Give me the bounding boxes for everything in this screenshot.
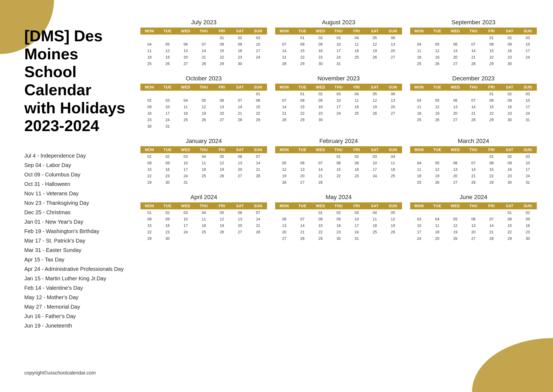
calendar-day: 23 <box>501 173 519 179</box>
calendar-day: 17 <box>177 222 195 229</box>
calendar-day: 05 <box>428 160 446 166</box>
calendar-day: 10 <box>159 104 177 110</box>
calendar-day: 28 <box>311 179 329 186</box>
calendar-day: 26 <box>213 173 231 179</box>
calendar-month: January 2024MONTUEWEDTHUFRISATSUN0102030… <box>140 138 267 186</box>
day-header: MON <box>275 28 293 35</box>
calendar-day: 14 <box>464 166 483 173</box>
calendar-day: 12 <box>159 47 177 54</box>
month-title: April 2024 <box>140 194 267 201</box>
calendar-day: 12 <box>213 216 231 222</box>
calendar-day: 22 <box>329 173 348 179</box>
calendar-day: 06 <box>384 35 402 41</box>
calendar-day: 12 <box>428 47 446 54</box>
day-header: MON <box>410 146 428 153</box>
calendar-day <box>249 60 267 67</box>
calendar-day: 08 <box>501 216 519 222</box>
calendar-day <box>275 209 293 216</box>
day-header: FRI <box>483 28 501 35</box>
calendar-day: 13 <box>464 222 483 229</box>
calendar-day: 19 <box>275 173 293 179</box>
holiday-item: Jan 01 - New Year's Day <box>24 217 130 227</box>
calendar-day: 09 <box>311 97 329 104</box>
calendar-day: 15 <box>249 104 267 110</box>
calendar-day: 02 <box>159 209 177 216</box>
calendar-month: September 2023MONTUEWEDTHUFRISATSUN01020… <box>410 19 537 67</box>
calendar-day: 07 <box>483 216 501 222</box>
calendar-day: 02 <box>348 153 366 160</box>
day-header: TUE <box>293 146 311 153</box>
calendar-day: 06 <box>177 41 195 47</box>
calendar-grid: MONTUEWEDTHUFRISATSUN0102030405060708091… <box>275 28 402 67</box>
calendar-month: June 2024MONTUEWEDTHUFRISATSUN0102030405… <box>410 194 537 242</box>
calendar-day: 30 <box>311 117 329 123</box>
day-header: SAT <box>366 84 384 91</box>
calendar-day: 27 <box>446 117 464 123</box>
calendar-month: July 2023MONTUEWEDTHUFRISATSUN0102030405… <box>140 19 267 67</box>
month-title: May 2024 <box>275 194 402 201</box>
calendar-day: 08 <box>483 160 501 166</box>
calendar-day <box>428 153 446 160</box>
calendar-day: 28 <box>275 60 293 67</box>
day-header: MON <box>410 84 428 91</box>
calendar-day: 18 <box>384 166 402 173</box>
holiday-item: Jan 15 - Martin Luther King Jr.Day <box>24 274 130 283</box>
day-header: WED <box>177 84 195 91</box>
calendar-day: 29 <box>483 60 501 67</box>
calendar-day: 07 <box>231 97 249 104</box>
day-header: MON <box>410 202 428 209</box>
calendar-day: 22 <box>483 173 501 179</box>
calendar-day: 06 <box>446 97 464 104</box>
calendar-day: 02 <box>519 209 537 216</box>
calendar-day: 17 <box>249 47 267 54</box>
calendar-day: 21 <box>231 110 249 117</box>
calendar-day: 26 <box>213 229 231 235</box>
calendar-day: 19 <box>366 47 384 54</box>
calendar-day: 09 <box>140 104 159 110</box>
calendar-day: 30 <box>159 179 177 186</box>
calendar-day: 02 <box>140 97 159 104</box>
calendar-day: 21 <box>293 229 311 235</box>
day-header: THU <box>195 202 213 209</box>
calendar-day <box>329 117 348 123</box>
calendar-day <box>231 235 249 242</box>
calendar-day: 30 <box>140 123 159 129</box>
calendar-day: 25 <box>177 117 195 123</box>
calendar-day: 09 <box>501 97 519 104</box>
calendar-day: 11 <box>410 47 428 54</box>
day-header: FRI <box>348 202 366 209</box>
calendar-day: 19 <box>446 229 464 235</box>
day-header: TUE <box>159 28 177 35</box>
calendar-day: 22 <box>311 229 329 235</box>
calendar-day: 21 <box>249 166 267 173</box>
day-header: THU <box>195 28 213 35</box>
day-header: SUN <box>519 202 537 209</box>
calendar-day: 04 <box>348 91 366 97</box>
calendar-day: 24 <box>366 173 384 179</box>
calendar-day: 18 <box>366 222 384 229</box>
calendar-day: 12 <box>195 104 213 110</box>
calendar-day: 16 <box>501 166 519 173</box>
calendar-day: 05 <box>213 209 231 216</box>
calendar-day: 19 <box>366 104 384 110</box>
calendar-day: 04 <box>348 35 366 41</box>
calendar-day: 01 <box>483 91 501 97</box>
calendar-day: 31 <box>519 117 537 123</box>
day-header: FRI <box>213 146 231 153</box>
calendar-day: 10 <box>519 160 537 166</box>
calendar-day <box>213 123 231 129</box>
calendar-day: 08 <box>483 41 501 47</box>
calendar-day <box>213 179 231 186</box>
calendar-day: 05 <box>428 41 446 47</box>
calendar-day: 15 <box>293 47 311 54</box>
calendar-day: 03 <box>519 35 537 41</box>
calendar-day: 15 <box>140 222 159 229</box>
calendar-day: 15 <box>329 166 348 173</box>
calendar-day: 19 <box>384 222 402 229</box>
month-title: August 2023 <box>275 19 402 26</box>
page-container: [DMS] Des Moines School Calendar with Ho… <box>0 0 553 392</box>
calendar-day: 04 <box>366 209 384 216</box>
calendar-day <box>311 153 329 160</box>
calendar-day: 04 <box>195 153 213 160</box>
day-header: WED <box>446 146 464 153</box>
